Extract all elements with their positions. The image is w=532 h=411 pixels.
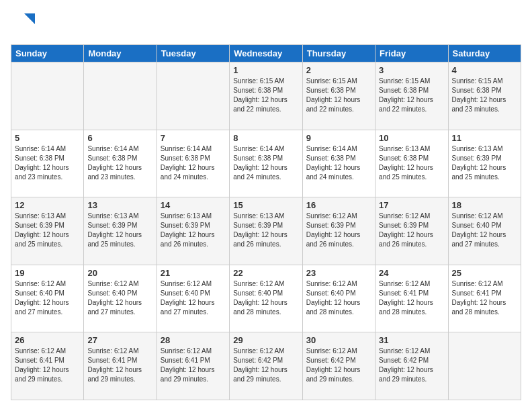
- cell-info: Sunrise: 6:12 AM Sunset: 6:39 PM Dayligh…: [306, 212, 371, 249]
- calendar-cell: 6Sunrise: 6:14 AM Sunset: 6:38 PM Daylig…: [84, 130, 157, 197]
- day-number: 27: [87, 335, 152, 345]
- cell-info: Sunrise: 6:12 AM Sunset: 6:41 PM Dayligh…: [161, 347, 226, 384]
- calendar-week-row: 19Sunrise: 6:12 AM Sunset: 6:40 PM Dayli…: [11, 265, 521, 332]
- calendar-cell: [11, 62, 84, 130]
- calendar-cell: 5Sunrise: 6:14 AM Sunset: 6:38 PM Daylig…: [11, 130, 84, 197]
- calendar-week-row: 1Sunrise: 6:15 AM Sunset: 6:38 PM Daylig…: [11, 62, 521, 130]
- calendar-cell: 26Sunrise: 6:12 AM Sunset: 6:41 PM Dayli…: [11, 332, 84, 400]
- cell-info: Sunrise: 6:12 AM Sunset: 6:40 PM Dayligh…: [15, 279, 80, 317]
- day-number: 7: [161, 133, 226, 143]
- calendar-cell: 18Sunrise: 6:12 AM Sunset: 6:40 PM Dayli…: [448, 197, 521, 265]
- calendar-cell: 10Sunrise: 6:13 AM Sunset: 6:38 PM Dayli…: [375, 130, 448, 197]
- day-number: 20: [87, 268, 152, 278]
- day-number: 13: [87, 200, 152, 210]
- calendar-cell: 1Sunrise: 6:15 AM Sunset: 6:38 PM Daylig…: [230, 62, 302, 130]
- calendar-cell: 20Sunrise: 6:12 AM Sunset: 6:40 PM Dayli…: [84, 265, 157, 332]
- day-number: 26: [15, 335, 80, 345]
- day-number: 23: [306, 268, 371, 278]
- cell-info: Sunrise: 6:15 AM Sunset: 6:38 PM Dayligh…: [306, 77, 371, 114]
- header: [11, 11, 521, 38]
- day-number: 6: [87, 133, 152, 143]
- weekday-header: Wednesday: [230, 45, 302, 62]
- calendar-cell: 21Sunrise: 6:12 AM Sunset: 6:40 PM Dayli…: [157, 265, 229, 332]
- cell-info: Sunrise: 6:12 AM Sunset: 6:40 PM Dayligh…: [161, 279, 226, 317]
- day-number: 22: [233, 268, 298, 278]
- day-number: 9: [306, 133, 371, 143]
- calendar-cell: [84, 62, 157, 130]
- calendar-cell: 13Sunrise: 6:13 AM Sunset: 6:39 PM Dayli…: [84, 197, 157, 265]
- cell-info: Sunrise: 6:15 AM Sunset: 6:38 PM Dayligh…: [233, 77, 298, 114]
- weekday-header: Monday: [84, 45, 157, 62]
- calendar-cell: 25Sunrise: 6:12 AM Sunset: 6:41 PM Dayli…: [448, 265, 521, 332]
- weekday-header: Tuesday: [157, 45, 229, 62]
- calendar-cell: 15Sunrise: 6:13 AM Sunset: 6:39 PM Dayli…: [230, 197, 302, 265]
- calendar-cell: 28Sunrise: 6:12 AM Sunset: 6:41 PM Dayli…: [157, 332, 229, 400]
- day-number: 21: [161, 268, 226, 278]
- calendar-cell: 16Sunrise: 6:12 AM Sunset: 6:39 PM Dayli…: [302, 197, 375, 265]
- cell-info: Sunrise: 6:15 AM Sunset: 6:38 PM Dayligh…: [379, 77, 444, 114]
- calendar-cell: 7Sunrise: 6:14 AM Sunset: 6:38 PM Daylig…: [157, 130, 229, 197]
- calendar-cell: 3Sunrise: 6:15 AM Sunset: 6:38 PM Daylig…: [375, 62, 448, 130]
- day-number: 24: [379, 268, 444, 278]
- calendar-cell: 14Sunrise: 6:13 AM Sunset: 6:39 PM Dayli…: [157, 197, 229, 265]
- cell-info: Sunrise: 6:15 AM Sunset: 6:38 PM Dayligh…: [452, 77, 517, 114]
- day-number: 18: [452, 200, 517, 210]
- calendar-cell: 27Sunrise: 6:12 AM Sunset: 6:41 PM Dayli…: [84, 332, 157, 400]
- day-number: 15: [233, 200, 298, 210]
- logo-icon: [11, 11, 35, 35]
- cell-info: Sunrise: 6:12 AM Sunset: 6:42 PM Dayligh…: [379, 347, 444, 384]
- cell-info: Sunrise: 6:14 AM Sunset: 6:38 PM Dayligh…: [306, 144, 371, 182]
- cell-info: Sunrise: 6:12 AM Sunset: 6:42 PM Dayligh…: [306, 347, 371, 384]
- svg-rect-2: [11, 11, 24, 24]
- day-number: 1: [233, 65, 298, 75]
- cell-info: Sunrise: 6:14 AM Sunset: 6:38 PM Dayligh…: [161, 144, 226, 182]
- calendar-cell: 29Sunrise: 6:12 AM Sunset: 6:42 PM Dayli…: [230, 332, 302, 400]
- calendar-cell: 22Sunrise: 6:12 AM Sunset: 6:40 PM Dayli…: [230, 265, 302, 332]
- cell-info: Sunrise: 6:14 AM Sunset: 6:38 PM Dayligh…: [233, 144, 298, 182]
- calendar-cell: 12Sunrise: 6:13 AM Sunset: 6:39 PM Dayli…: [11, 197, 84, 265]
- cell-info: Sunrise: 6:12 AM Sunset: 6:40 PM Dayligh…: [87, 279, 152, 317]
- calendar-cell: [157, 62, 229, 130]
- weekday-header: Saturday: [448, 45, 521, 62]
- cell-info: Sunrise: 6:12 AM Sunset: 6:39 PM Dayligh…: [379, 212, 444, 249]
- day-number: 4: [452, 65, 517, 75]
- day-number: 29: [233, 335, 298, 345]
- calendar-week-row: 12Sunrise: 6:13 AM Sunset: 6:39 PM Dayli…: [11, 197, 521, 265]
- day-number: 25: [452, 268, 517, 278]
- cell-info: Sunrise: 6:12 AM Sunset: 6:41 PM Dayligh…: [87, 347, 152, 384]
- day-number: 28: [161, 335, 226, 345]
- calendar-cell: 9Sunrise: 6:14 AM Sunset: 6:38 PM Daylig…: [302, 130, 375, 197]
- cell-info: Sunrise: 6:12 AM Sunset: 6:41 PM Dayligh…: [452, 279, 517, 317]
- cell-info: Sunrise: 6:13 AM Sunset: 6:39 PM Dayligh…: [15, 212, 80, 249]
- cell-info: Sunrise: 6:13 AM Sunset: 6:39 PM Dayligh…: [233, 212, 298, 249]
- day-number: 3: [379, 65, 444, 75]
- calendar-cell: 11Sunrise: 6:13 AM Sunset: 6:39 PM Dayli…: [448, 130, 521, 197]
- day-number: 14: [161, 200, 226, 210]
- day-number: 2: [306, 65, 371, 75]
- calendar-cell: 23Sunrise: 6:12 AM Sunset: 6:40 PM Dayli…: [302, 265, 375, 332]
- cell-info: Sunrise: 6:12 AM Sunset: 6:40 PM Dayligh…: [452, 212, 517, 249]
- cell-info: Sunrise: 6:12 AM Sunset: 6:42 PM Dayligh…: [233, 347, 298, 384]
- logo: [11, 11, 35, 38]
- weekday-header: Thursday: [302, 45, 375, 62]
- day-number: 11: [452, 133, 517, 143]
- calendar-cell: 30Sunrise: 6:12 AM Sunset: 6:42 PM Dayli…: [302, 332, 375, 400]
- calendar-cell: [448, 332, 521, 400]
- calendar-week-row: 26Sunrise: 6:12 AM Sunset: 6:41 PM Dayli…: [11, 332, 521, 400]
- cell-info: Sunrise: 6:12 AM Sunset: 6:41 PM Dayligh…: [15, 347, 80, 384]
- cell-info: Sunrise: 6:13 AM Sunset: 6:39 PM Dayligh…: [452, 144, 517, 182]
- calendar-cell: 31Sunrise: 6:12 AM Sunset: 6:42 PM Dayli…: [375, 332, 448, 400]
- cell-info: Sunrise: 6:14 AM Sunset: 6:38 PM Dayligh…: [15, 144, 80, 182]
- calendar-week-row: 5Sunrise: 6:14 AM Sunset: 6:38 PM Daylig…: [11, 130, 521, 197]
- page: SundayMondayTuesdayWednesdayThursdayFrid…: [0, 0, 532, 411]
- day-number: 8: [233, 133, 298, 143]
- day-number: 16: [306, 200, 371, 210]
- day-number: 30: [306, 335, 371, 345]
- day-number: 12: [15, 200, 80, 210]
- day-number: 17: [379, 200, 444, 210]
- cell-info: Sunrise: 6:12 AM Sunset: 6:40 PM Dayligh…: [306, 279, 371, 317]
- cell-info: Sunrise: 6:13 AM Sunset: 6:39 PM Dayligh…: [161, 212, 226, 249]
- cell-info: Sunrise: 6:12 AM Sunset: 6:40 PM Dayligh…: [233, 279, 298, 317]
- calendar-table: SundayMondayTuesdayWednesdayThursdayFrid…: [11, 44, 521, 400]
- calendar-cell: 19Sunrise: 6:12 AM Sunset: 6:40 PM Dayli…: [11, 265, 84, 332]
